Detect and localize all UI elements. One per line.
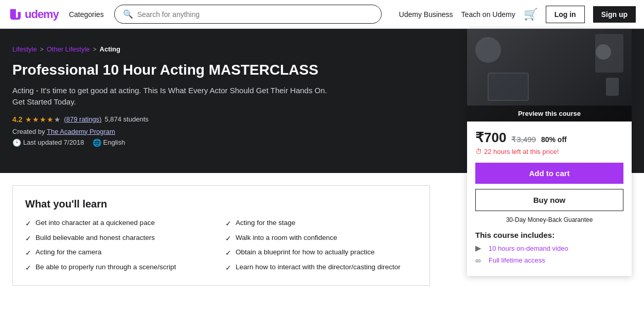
includes-video-text[interactable]: 10 hours on-demand video <box>489 245 568 252</box>
learn-item-text: Learn how to interact with the director/… <box>236 263 400 272</box>
star-3: ★ <box>40 115 46 124</box>
includes-lifetime-text[interactable]: Full lifetime access <box>489 256 545 264</box>
content-area: What you'll learn ✓Get into character at… <box>0 173 442 310</box>
learn-item-text: Be able to properly run through a scene/… <box>35 263 176 272</box>
hero-wrapper: Lifestyle > Other Lifestyle > Acting Pro… <box>0 29 644 173</box>
rating-number: 4.2 <box>12 115 22 124</box>
update-icon: 🕑 <box>12 138 21 147</box>
learn-item-text: Obtain a blueprint for how to actually p… <box>236 248 374 257</box>
breadcrumb-sep-2: > <box>93 46 97 53</box>
check-icon: ✓ <box>25 219 31 229</box>
deco-reel <box>606 78 619 96</box>
last-updated: 🕑 Last updated 7/2018 <box>12 138 84 147</box>
globe-icon: 🌐 <box>93 138 101 147</box>
guarantee-text: 30-Day Money-Back Guarantee <box>475 216 623 223</box>
check-icon: ✓ <box>225 219 231 229</box>
last-updated-text: Last updated 7/2018 <box>23 138 84 146</box>
hero-content: Lifestyle > Other Lifestyle > Acting Pro… <box>12 45 331 147</box>
learn-item-text: Walk into a room with confidence <box>236 233 337 243</box>
check-icon: ✓ <box>225 248 231 258</box>
course-title: Professional 10 Hour Acting MASTERCLASS <box>12 61 331 79</box>
buy-now-button[interactable]: Buy now <box>475 189 623 211</box>
check-icon: ✓ <box>225 234 231 244</box>
creator-row: Created by The Academy Program <box>12 128 331 135</box>
breadcrumb-acting: Acting <box>100 45 120 53</box>
current-price: ₹700 <box>475 130 506 146</box>
signup-button[interactable]: Sign up <box>593 6 636 23</box>
breadcrumb-sep-1: > <box>40 46 44 53</box>
deco-circle-small <box>596 44 611 60</box>
deco-circle-left <box>475 37 501 63</box>
learn-item: ✓Walk into a room with confidence <box>225 233 417 244</box>
learn-title: What you'll learn <box>25 198 417 210</box>
card-body: ₹700 ₹3,499 80% off ⏱ 22 hours left at t… <box>467 121 632 276</box>
search-bar: 🔍 <box>114 5 382 24</box>
alarm-icon: ⏱ <box>475 148 482 155</box>
includes-video: ▶ 10 hours on-demand video <box>475 244 623 253</box>
header-right: Udemy Business Teach on Udemy 🛒 Log in S… <box>399 6 636 23</box>
ratings-link[interactable]: (879 ratings) <box>64 115 101 123</box>
urgency-text: 22 hours left at this price! <box>484 148 559 155</box>
stars: ★ ★ ★ ★ ★ <box>25 115 61 124</box>
breadcrumb: Lifestyle > Other Lifestyle > Acting <box>12 45 331 53</box>
cart-icon[interactable]: 🛒 <box>524 8 538 21</box>
students-count: 5,874 students <box>104 115 148 123</box>
language-item: 🌐 English <box>93 138 126 147</box>
breadcrumb-other-lifestyle[interactable]: Other Lifestyle <box>47 45 90 53</box>
hero-section: Lifestyle > Other Lifestyle > Acting Pro… <box>0 29 644 173</box>
deco-laptop <box>488 73 529 101</box>
learn-item-text: Acting for the stage <box>236 218 295 228</box>
star-4: ★ <box>47 115 53 124</box>
udemy-business-link[interactable]: Udemy Business <box>399 10 453 19</box>
learn-item: ✓Get into character at a quickened pace <box>25 218 217 229</box>
course-preview[interactable]: ▶ Preview this course <box>467 29 632 121</box>
check-icon: ✓ <box>225 263 231 273</box>
learn-item: ✓Build believable and honest characters <box>25 233 217 244</box>
search-input[interactable] <box>137 10 373 19</box>
learn-grid: ✓Get into character at a quickened pace✓… <box>25 218 417 273</box>
categories-nav[interactable]: Categories <box>69 10 104 19</box>
check-icon: ✓ <box>25 263 31 273</box>
price-row: ₹700 ₹3,499 80% off <box>475 130 623 146</box>
course-card: ▶ Preview this course ₹700 ₹3,499 80% of… <box>467 29 632 276</box>
check-icon: ✓ <box>25 248 31 258</box>
learn-item: ✓Learn how to interact with the director… <box>225 263 417 273</box>
breadcrumb-lifestyle[interactable]: Lifestyle <box>12 45 37 53</box>
infinity-icon: ∞ <box>475 256 485 265</box>
course-subtitle: Acting - It's time to get good at acting… <box>12 85 331 108</box>
logo[interactable]: udemy <box>8 7 59 22</box>
header: udemy Categories 🔍 Udemy Business Teach … <box>0 0 644 29</box>
creator-link[interactable]: The Academy Program <box>47 128 115 135</box>
learn-item: ✓Obtain a blueprint for how to actually … <box>225 248 417 258</box>
urgency-message: ⏱ 22 hours left at this price! <box>475 148 623 155</box>
learn-item-text: Acting for the camera <box>35 248 101 257</box>
includes-title: This course includes: <box>475 231 623 239</box>
includes-lifetime: ∞ Full lifetime access <box>475 256 623 265</box>
creator-prefix: Created by <box>12 128 45 135</box>
video-icon: ▶ <box>475 244 485 253</box>
star-5: ★ <box>54 115 61 124</box>
star-1: ★ <box>25 115 32 124</box>
language-text: English <box>103 138 126 146</box>
teach-on-udemy-link[interactable]: Teach on Udemy <box>461 10 515 19</box>
star-2: ★ <box>32 115 39 124</box>
search-icon: 🔍 <box>123 9 133 19</box>
learn-item: ✓Acting for the camera <box>25 248 217 258</box>
learn-item: ✓Acting for the stage <box>225 218 417 229</box>
learn-item-text: Get into character at a quickened pace <box>35 218 155 228</box>
meta-row: 🕑 Last updated 7/2018 🌐 English <box>12 138 331 147</box>
original-price: ₹3,499 <box>511 135 536 144</box>
discount-label: 80% off <box>541 135 567 144</box>
learn-item-text: Build believable and honest characters <box>35 233 155 243</box>
rating-row: 4.2 ★ ★ ★ ★ ★ (879 ratings) 5,874 studen… <box>12 115 331 124</box>
add-to-cart-button[interactable]: Add to cart <box>475 163 623 184</box>
login-button[interactable]: Log in <box>546 6 585 23</box>
learn-section: What you'll learn ✓Get into character at… <box>12 185 430 286</box>
check-icon: ✓ <box>25 234 31 244</box>
learn-item: ✓Be able to properly run through a scene… <box>25 263 217 273</box>
preview-overlay-text: Preview this course <box>467 106 632 121</box>
